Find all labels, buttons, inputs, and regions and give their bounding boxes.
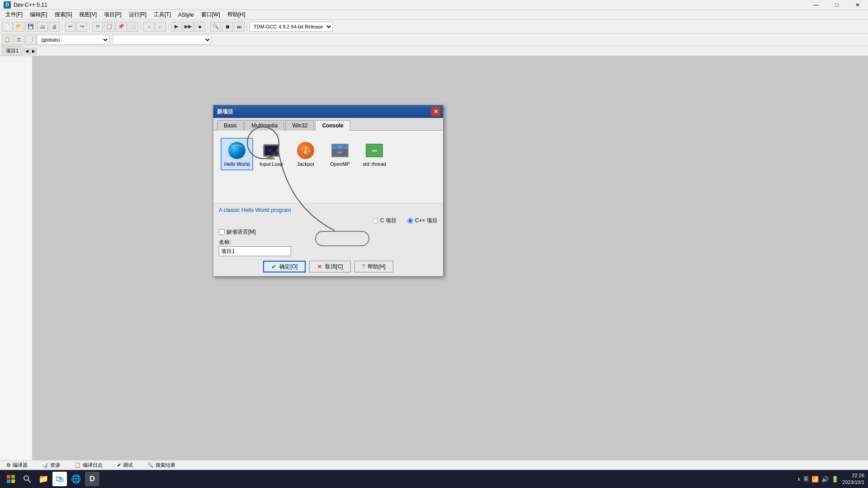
paste-btn[interactable]: 📌 — [116, 22, 127, 32]
taskbar-search[interactable] — [20, 472, 34, 486]
taskbar-devcpp[interactable]: D — [85, 472, 99, 486]
project-nav: ◀ ▶ — [24, 48, 37, 54]
jackpot-icon-img: 🎨 — [297, 141, 315, 160]
undo-btn[interactable]: ↩ — [65, 22, 75, 32]
input-loop-label: Input Loop — [259, 161, 283, 167]
icon-stdthread[interactable]: std std::thread — [358, 138, 391, 170]
step-btn[interactable]: ⏭ — [234, 22, 245, 32]
cut-btn[interactable]: ✂ — [92, 22, 103, 32]
globe-icon — [228, 142, 245, 159]
ok-button[interactable]: ✔ 确定[O] — [263, 261, 306, 272]
project-name-row: 名称: — [219, 239, 438, 246]
compile-btn[interactable]: ▶ — [171, 22, 182, 32]
icon-hello-world[interactable]: Hello World — [221, 138, 253, 170]
taskbar-edge[interactable]: 🌐 — [69, 472, 83, 486]
compiler-select[interactable]: TDM-GCC 4.9.2 64-bit Release — [250, 22, 333, 32]
hello-world-icon-img — [228, 141, 246, 160]
menu-search[interactable]: 搜索[S] — [51, 10, 76, 19]
tb2-btn2[interactable]: 🗒 — [14, 35, 24, 45]
tray-lang: 英 — [803, 475, 809, 483]
system-clock[interactable]: 22:26 2023/10/1 — [842, 472, 864, 486]
stdthread-label: std::thread — [363, 161, 386, 167]
menu-tools[interactable]: 工具[T] — [150, 10, 175, 19]
compile-run-btn[interactable]: ▶▶ — [183, 22, 193, 32]
tab-compile-log[interactable]: 📋 编译日志 — [72, 461, 105, 469]
tab-win32[interactable]: Win32 — [285, 120, 314, 131]
menu-window[interactable]: 窗口[W] — [198, 10, 224, 19]
save-btn[interactable]: 💾 — [25, 22, 36, 32]
project-prev[interactable]: ◀ — [24, 48, 30, 54]
maximize-button[interactable]: □ — [826, 0, 847, 10]
symbol-select[interactable] — [112, 35, 212, 45]
open-btn[interactable]: 📂 — [14, 22, 24, 32]
stop-btn[interactable]: ■ — [194, 22, 205, 32]
radio-cpp-label: C++ 项目 — [415, 217, 438, 225]
taskbar: 📁 🛍 🌐 D ∧ 英 📶 🔊 🔋 22:26 2023/10/1 — [0, 470, 868, 488]
icon-jackpot[interactable]: 🎨 Jackpot — [289, 138, 322, 170]
menu-help[interactable]: 帮助[H] — [224, 10, 249, 19]
dialog-tab-bar: Basic Multimedia Win32 Console — [213, 118, 443, 131]
cancel-button[interactable]: ✕ 取消[C] — [309, 261, 350, 272]
menu-view[interactable]: 视图[V] — [75, 10, 100, 19]
default-lang-checkbox[interactable] — [219, 229, 225, 235]
radio-cpp-input[interactable] — [407, 218, 413, 224]
secondary-toolbar: 📋 🗒 📑 (globals) — [0, 33, 868, 46]
taskbar-files[interactable]: 📁 — [36, 472, 51, 486]
radio-c-input[interactable] — [373, 218, 378, 224]
debug-stop-btn[interactable]: ⏹ — [222, 22, 233, 32]
help-icon: ? — [362, 263, 365, 270]
copy-btn[interactable]: 📋 — [104, 22, 115, 32]
project-tab[interactable]: 项目1 — [2, 46, 23, 56]
project-next[interactable]: ▶ — [30, 48, 37, 54]
radio-cpp-project[interactable]: C++ 项目 — [407, 217, 438, 225]
jackpot-icon: 🎨 — [297, 142, 314, 159]
print-btn[interactable]: 🖨 — [49, 22, 60, 32]
unindent-btn[interactable]: ← — [155, 22, 166, 32]
close-button[interactable]: ✕ — [847, 0, 868, 10]
debug-btn[interactable]: 🔍 — [210, 22, 221, 32]
tab-search-results[interactable]: 🔍 搜索结果 — [145, 461, 178, 469]
menu-edit[interactable]: 编辑[E] — [26, 10, 51, 19]
tray-chevron[interactable]: ∧ — [797, 476, 801, 482]
select-all-btn[interactable]: ⬜ — [127, 22, 138, 32]
tb2-btn1[interactable]: 📋 — [2, 35, 13, 45]
menu-project[interactable]: 项目[P] — [100, 10, 125, 19]
icon-input-loop[interactable]: >_ Input Loop — [255, 138, 288, 170]
name-label: 名称: — [219, 239, 232, 246]
sep1 — [62, 23, 62, 31]
menu-astyle[interactable]: AStyle — [175, 11, 198, 19]
default-lang-checkbox-row[interactable]: 缺省语言[M] — [219, 228, 438, 236]
dialog-close-button[interactable]: ✕ — [431, 107, 440, 116]
minimize-button[interactable]: — — [806, 0, 826, 10]
tab-basic[interactable]: Basic — [217, 120, 244, 131]
compiler-icon: ⚙ — [6, 462, 11, 468]
redo-btn[interactable]: ↪ — [76, 22, 87, 32]
svg-rect-0 — [7, 475, 10, 479]
tab-debug[interactable]: ✔ 调试 — [114, 461, 136, 469]
new-btn[interactable]: 📄 — [2, 22, 13, 32]
compile-log-icon: 📋 — [75, 462, 81, 468]
radio-c-project[interactable]: C 项目 — [373, 217, 396, 225]
tab-compiler[interactable]: ⚙ 编译器 — [4, 461, 30, 469]
resources-icon: 📊 — [42, 462, 48, 468]
tb2-btn3[interactable]: 📑 — [25, 35, 36, 45]
sys-tray-icons: ∧ 英 📶 🔊 🔋 — [797, 475, 839, 483]
sep3 — [141, 23, 141, 31]
scope-select[interactable]: (globals) — [37, 35, 109, 45]
indent-btn[interactable]: → — [143, 22, 154, 32]
menu-file[interactable]: 文件[F] — [2, 10, 26, 19]
sep2 — [90, 23, 90, 31]
icon-openmp[interactable]: ▪▪▪ MP OpenMP — [324, 138, 356, 170]
save-all-btn[interactable]: 🗂 — [37, 22, 48, 32]
start-button[interactable] — [4, 472, 18, 486]
tab-console[interactable]: Console — [315, 120, 350, 131]
taskbar-store[interactable]: 🛍 — [52, 472, 67, 486]
help-button[interactable]: ? 帮助[H] — [354, 261, 393, 272]
default-lang-label: 缺省语言[M] — [226, 228, 256, 236]
tab-resources[interactable]: 📊 资源 — [39, 461, 63, 469]
svg-rect-2 — [7, 479, 10, 483]
menu-run[interactable]: 运行[R] — [125, 10, 150, 19]
tab-multimedia[interactable]: Multimedia — [245, 120, 284, 131]
project-name-input[interactable] — [219, 246, 291, 256]
debug-icon: ✔ — [117, 462, 121, 468]
